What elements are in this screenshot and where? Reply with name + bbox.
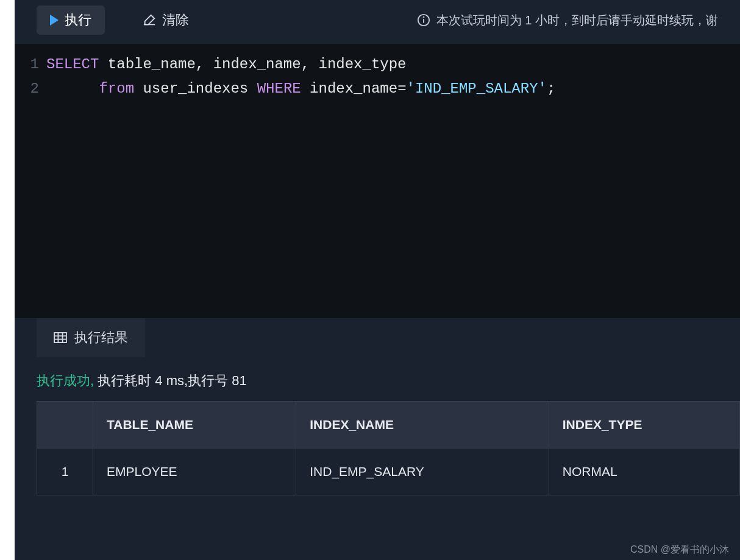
tab-results[interactable]: 执行结果: [37, 318, 145, 357]
results-table: TABLE_NAMEINDEX_NAMEINDEX_TYPE 1EMPLOYEE…: [37, 401, 740, 495]
eraser-icon: [143, 13, 156, 27]
execution-status: 执行成功, 执行耗时 4 ms,执行号 81: [15, 357, 740, 401]
svg-point-2: [423, 17, 424, 18]
clear-button[interactable]: 清除: [129, 5, 202, 35]
row-number-cell: 1: [37, 448, 93, 495]
code-content[interactable]: SELECT table_name, index_name, index_typ…: [46, 52, 740, 318]
column-header[interactable]: INDEX_NAME: [296, 402, 549, 448]
clear-button-label: 清除: [162, 11, 189, 29]
info-icon: [417, 13, 430, 27]
status-detail: 执行耗时 4 ms,执行号 81: [94, 373, 247, 388]
sql-editor-app: 执行 清除 本次试玩时间为 1 小时，到时后请手动延时续玩，谢 12 SELEC…: [15, 0, 740, 560]
column-header[interactable]: INDEX_TYPE: [549, 402, 739, 448]
play-icon: [50, 15, 59, 26]
watermark: CSDN @爱看书的小沐: [630, 544, 729, 556]
column-header[interactable]: TABLE_NAME: [93, 402, 296, 448]
svg-rect-3: [54, 333, 66, 342]
table-cell: EMPLOYEE: [93, 448, 296, 495]
table-body: 1EMPLOYEEIND_EMP_SALARYNORMAL: [37, 448, 740, 495]
tab-results-label: 执行结果: [74, 328, 128, 347]
table-header-row: TABLE_NAMEINDEX_NAMEINDEX_TYPE: [37, 402, 740, 448]
trial-notice: 本次试玩时间为 1 小时，到时后请手动延时续玩，谢: [417, 12, 718, 29]
run-button[interactable]: 执行: [37, 5, 105, 35]
table-icon: [54, 332, 67, 343]
row-number-header: [37, 402, 93, 448]
results-panel: TABLE_NAMEINDEX_NAMEINDEX_TYPE 1EMPLOYEE…: [15, 401, 740, 495]
line-number-gutter: 12: [15, 52, 46, 318]
run-button-label: 执行: [65, 11, 91, 29]
code-editor[interactable]: 12 SELECT table_name, index_name, index_…: [15, 44, 740, 318]
results-tabbar: 执行结果: [15, 318, 740, 357]
table-cell: NORMAL: [549, 448, 739, 495]
table-row[interactable]: 1EMPLOYEEIND_EMP_SALARYNORMAL: [37, 448, 740, 495]
table-cell: IND_EMP_SALARY: [296, 448, 549, 495]
toolbar: 执行 清除 本次试玩时间为 1 小时，到时后请手动延时续玩，谢: [15, 0, 740, 44]
status-success: 执行成功,: [37, 373, 94, 388]
trial-notice-text: 本次试玩时间为 1 小时，到时后请手动延时续玩，谢: [436, 12, 718, 29]
